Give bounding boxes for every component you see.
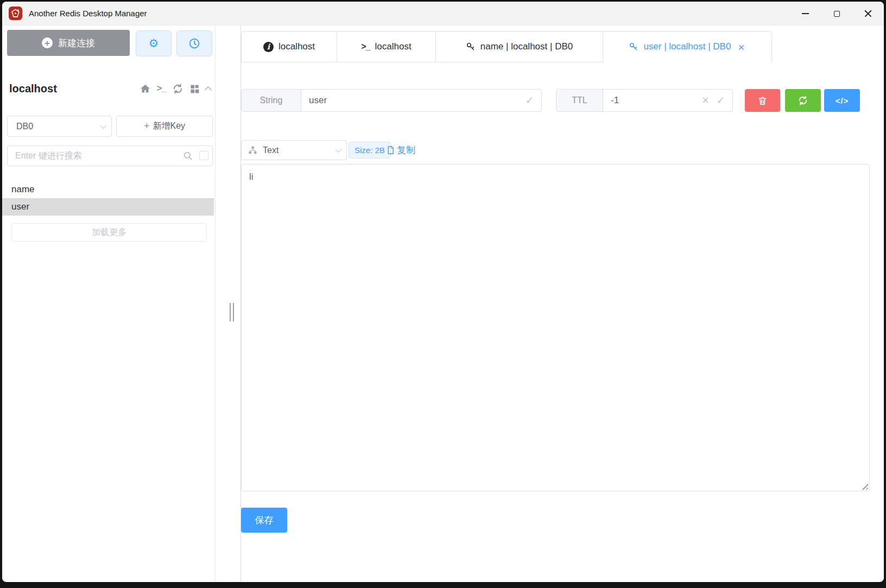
key-list-item-selected[interactable]: user	[2, 198, 214, 216]
close-button[interactable]	[852, 2, 884, 26]
gear-icon: ⚙	[149, 37, 159, 50]
size-badge: Size: 2B	[349, 142, 391, 159]
db-selector[interactable]: DB0	[7, 116, 112, 137]
clock-icon	[188, 37, 200, 49]
main-panel: i localhost >_ localhost name | localhos…	[241, 26, 884, 581]
key-name-input[interactable]	[301, 90, 526, 111]
refresh-icon	[798, 95, 808, 106]
code-icon: </>	[836, 96, 849, 105]
minimize-button[interactable]	[789, 2, 821, 26]
key-name-group: String ✓	[241, 89, 542, 112]
splitter-handle-icon[interactable]	[230, 303, 234, 321]
add-key-button[interactable]: + 新增Key	[116, 116, 213, 137]
confirm-check-icon[interactable]: ✓	[526, 94, 534, 106]
info-icon: i	[263, 42, 274, 52]
redis-logo-icon	[9, 7, 22, 20]
confirm-check-icon[interactable]: ✓	[717, 94, 725, 106]
search-icon	[182, 150, 193, 161]
home-icon[interactable]	[140, 83, 151, 94]
view-mode-selector[interactable]: Text	[241, 140, 347, 160]
copy-button[interactable]: 复制	[386, 142, 415, 159]
tab-label: user | localhost | DB0	[643, 41, 731, 52]
chevron-down-icon	[336, 146, 341, 152]
ttl-label: TTL	[556, 90, 603, 111]
delete-key-button[interactable]	[745, 89, 780, 112]
key-icon	[629, 42, 638, 52]
maximize-button[interactable]	[821, 2, 852, 26]
key-type-label: String	[242, 90, 301, 111]
reload-key-button[interactable]	[785, 89, 821, 112]
terminal-icon: >_	[361, 42, 370, 52]
maximize-icon	[834, 11, 840, 17]
app-window: Another Redis Desktop Manager + 新建连接 ⚙	[2, 2, 884, 582]
refresh-icon[interactable]	[172, 83, 183, 94]
key-name: name	[11, 184, 35, 195]
trash-icon	[757, 96, 768, 106]
tab-bar: i localhost >_ localhost name | localhos…	[241, 31, 772, 62]
tree-icon	[248, 146, 257, 155]
chevron-down-icon	[100, 122, 106, 128]
tab-key-name[interactable]: name | localhost | DB0	[436, 31, 603, 62]
tab-server-info[interactable]: i localhost	[241, 31, 337, 62]
ttl-input[interactable]	[603, 90, 702, 111]
close-icon	[864, 10, 872, 17]
value-editor[interactable]: li	[241, 164, 870, 491]
load-more-label: 加载更多	[92, 227, 126, 238]
db-selected-value: DB0	[16, 122, 33, 131]
titlebar: Another Redis Desktop Manager	[2, 2, 884, 26]
history-button[interactable]	[176, 30, 212, 56]
tab-terminal[interactable]: >_ localhost	[337, 31, 436, 62]
plus-circle-icon: +	[42, 37, 53, 48]
pane-splitter	[216, 26, 241, 581]
tab-close-icon[interactable]: ×	[737, 41, 745, 53]
tab-label: localhost	[375, 41, 412, 52]
view-mode-value: Text	[263, 146, 279, 155]
copy-label: 复制	[397, 144, 415, 156]
exact-search-checkbox[interactable]	[199, 151, 208, 160]
grid-icon[interactable]	[189, 84, 200, 94]
clear-icon[interactable]: ×	[702, 93, 709, 108]
tab-key-user[interactable]: user | localhost | DB0 ×	[603, 31, 772, 62]
key-list-item[interactable]: name	[2, 181, 214, 198]
tab-label: localhost	[279, 41, 315, 52]
key-name: user	[11, 201, 29, 212]
plus-icon: +	[144, 121, 150, 132]
load-more-button[interactable]: 加载更多	[11, 223, 207, 242]
settings-button[interactable]: ⚙	[136, 30, 172, 56]
tab-label: name | localhost | DB0	[480, 41, 573, 52]
terminal-icon[interactable]: >_	[157, 83, 166, 94]
save-button[interactable]: 保存	[241, 508, 287, 533]
connection-name: localhost	[9, 83, 57, 95]
connection-header[interactable]: localhost >_	[7, 80, 212, 97]
ttl-group: TTL × ✓	[556, 89, 733, 112]
collapse-icon[interactable]	[205, 86, 212, 93]
add-key-label: 新增Key	[153, 121, 185, 132]
key-icon	[466, 42, 476, 52]
new-connection-button[interactable]: + 新建连接	[7, 30, 130, 56]
console-view-button[interactable]: </>	[824, 89, 860, 112]
sidebar: + 新建连接 ⚙ localhost >_	[2, 26, 216, 581]
copy-doc-icon	[386, 146, 395, 155]
save-label: 保存	[255, 515, 274, 526]
key-search	[7, 146, 213, 166]
window-title: Another Redis Desktop Manager	[29, 9, 147, 18]
new-connection-label: 新建连接	[58, 37, 95, 49]
minimize-icon	[802, 13, 809, 14]
